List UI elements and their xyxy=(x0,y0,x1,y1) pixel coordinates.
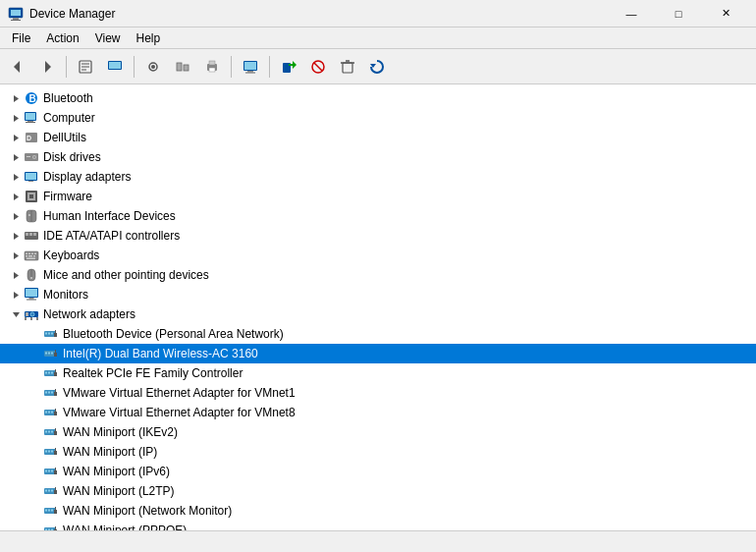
item-label-wan-pppoe: WAN Miniport (PPPOE) xyxy=(63,524,187,530)
item-icon-hid xyxy=(24,208,39,224)
tree-item-bluetooth[interactable]: B Bluetooth xyxy=(0,88,756,108)
svg-rect-128 xyxy=(45,451,47,453)
svg-rect-94 xyxy=(51,333,53,335)
device-manager-button[interactable] xyxy=(101,53,129,81)
svg-rect-147 xyxy=(48,510,50,512)
menu-view[interactable]: View xyxy=(87,29,129,47)
svg-rect-50 xyxy=(28,181,33,182)
tree-item-nic-intel[interactable]: Intel(R) Dual Band Wireless-AC 3160 xyxy=(0,344,756,363)
svg-marker-83 xyxy=(13,312,20,317)
expand-icon-idecontrollers[interactable] xyxy=(8,228,24,244)
svg-rect-105 xyxy=(48,372,50,374)
svg-rect-154 xyxy=(51,529,53,531)
expand-icon-mice[interactable] xyxy=(8,267,24,283)
expand-icon-dellutils[interactable] xyxy=(8,130,24,145)
disable-button[interactable] xyxy=(304,53,332,81)
svg-rect-106 xyxy=(51,372,53,374)
item-icon-nic-vmnet8 xyxy=(43,405,59,420)
item-label-nic-realtek: Realtek PCIe FE Family Controller xyxy=(63,366,243,380)
svg-rect-54 xyxy=(29,194,33,198)
menu-action[interactable]: Action xyxy=(38,29,86,47)
expand-icon-displayadapters[interactable] xyxy=(8,169,24,185)
tree-item-wan-netmon[interactable]: WAN Miniport (Network Monitor) xyxy=(0,501,756,521)
tree-item-networkadapters[interactable]: Network adapters xyxy=(0,304,756,324)
svg-rect-63 xyxy=(33,233,36,236)
svg-rect-137 xyxy=(54,470,57,474)
tree-item-wan-ipv6[interactable]: WAN Miniport (IPv6) xyxy=(0,462,756,481)
svg-rect-135 xyxy=(48,470,50,472)
update-driver-button[interactable] xyxy=(275,53,302,81)
svg-rect-18 xyxy=(209,68,215,72)
uninstall-button[interactable] xyxy=(334,53,361,81)
svg-rect-102 xyxy=(55,350,56,353)
svg-rect-119 xyxy=(54,412,57,415)
tree-item-nic-vmnet1[interactable]: VMware Virtual Ethernet Adapter for VMne… xyxy=(0,383,756,403)
tree-item-wan-l2tp[interactable]: WAN Miniport (L2TP) xyxy=(0,481,756,501)
svg-rect-141 xyxy=(48,490,50,492)
tree-item-diskdrives[interactable]: Disk drives xyxy=(0,147,756,167)
tree-item-nic-realtek[interactable]: Realtek PCIe FE Family Controller xyxy=(0,363,756,383)
svg-rect-11 xyxy=(109,62,121,69)
svg-rect-148 xyxy=(51,510,53,512)
item-label-wan-ipv6: WAN Miniport (IPv6) xyxy=(63,465,170,478)
svg-rect-82 xyxy=(27,300,36,301)
svg-rect-120 xyxy=(55,409,56,412)
item-label-wan-ikev2: WAN Miniport (IKEv2) xyxy=(63,425,178,439)
tree-item-mice[interactable]: Mice and other pointing devices xyxy=(0,265,756,285)
item-label-keyboards: Keyboards xyxy=(43,248,99,262)
tree-item-wan-ip[interactable]: WAN Miniport (IP) xyxy=(0,442,756,462)
tree-item-monitors[interactable]: Monitors xyxy=(0,285,756,304)
tree-item-dellutils[interactable]: D DellUtils xyxy=(0,128,756,147)
tree-item-computer[interactable]: Computer xyxy=(0,108,756,128)
print-button[interactable] xyxy=(198,53,226,81)
scan-hardware-button[interactable] xyxy=(363,53,391,81)
item-icon-monitors xyxy=(24,287,39,303)
minimize-button[interactable]: — xyxy=(609,0,654,28)
item-label-monitors: Monitors xyxy=(43,288,88,302)
svg-rect-123 xyxy=(48,431,50,433)
svg-rect-21 xyxy=(247,71,253,73)
menu-help[interactable]: Help xyxy=(129,29,169,47)
expand-icon-keyboards[interactable] xyxy=(8,248,24,263)
show-hidden-button[interactable] xyxy=(139,53,167,81)
menu-file[interactable]: File xyxy=(4,29,38,47)
tree-item-wan-pppoe[interactable]: WAN Miniport (PPPOE) xyxy=(0,521,756,530)
properties-button[interactable] xyxy=(72,53,99,81)
item-label-wan-l2tp: WAN Miniport (L2TP) xyxy=(63,484,175,498)
back-button[interactable] xyxy=(4,53,31,81)
expand-icon-firmware[interactable] xyxy=(8,189,24,204)
expand-icon-networkadapters[interactable] xyxy=(8,306,24,322)
device-tree[interactable]: B Bluetooth Computer D DellUtils Disk dr… xyxy=(0,84,756,530)
toolbar-sep-1 xyxy=(66,56,67,78)
expand-icon-diskdrives[interactable] xyxy=(8,149,24,165)
svg-rect-20 xyxy=(244,62,256,70)
scan-button[interactable] xyxy=(237,53,264,81)
svg-rect-138 xyxy=(55,468,56,470)
tree-item-firmware[interactable]: Firmware xyxy=(0,187,756,206)
toolbar-sep-3 xyxy=(231,56,232,78)
resources-button[interactable] xyxy=(169,53,196,81)
svg-rect-17 xyxy=(209,61,215,65)
item-icon-wan-netmon xyxy=(43,503,59,519)
svg-rect-62 xyxy=(29,233,32,236)
tree-item-keyboards[interactable]: Keyboards xyxy=(0,246,756,265)
tree-item-nic-vmnet8[interactable]: VMware Virtual Ethernet Adapter for VMne… xyxy=(0,403,756,422)
svg-rect-70 xyxy=(26,255,27,257)
expand-icon-hid[interactable] xyxy=(8,208,24,224)
expand-icon-bluetooth[interactable] xyxy=(8,90,24,106)
tree-item-displayadapters[interactable]: Display adapters xyxy=(0,167,756,187)
maximize-button[interactable]: □ xyxy=(656,0,701,28)
svg-rect-46 xyxy=(27,156,30,157)
forward-button[interactable] xyxy=(33,53,61,81)
expand-icon-monitors[interactable] xyxy=(8,287,24,303)
tree-item-idecontrollers[interactable]: IDE ATA/ATAPI controllers xyxy=(0,226,756,246)
close-button[interactable]: ✕ xyxy=(703,0,748,28)
svg-rect-1 xyxy=(11,10,21,16)
tree-item-wan-ikev2[interactable]: WAN Miniport (IKEv2) xyxy=(0,422,756,442)
svg-marker-47 xyxy=(14,174,19,181)
expand-icon-computer[interactable] xyxy=(8,110,24,126)
tree-item-hid[interactable]: Human Interface Devices xyxy=(0,206,756,226)
svg-rect-85 xyxy=(26,312,28,316)
tree-item-nic-bluetooth[interactable]: Bluetooth Device (Personal Area Network) xyxy=(0,324,756,344)
svg-marker-55 xyxy=(14,213,19,220)
